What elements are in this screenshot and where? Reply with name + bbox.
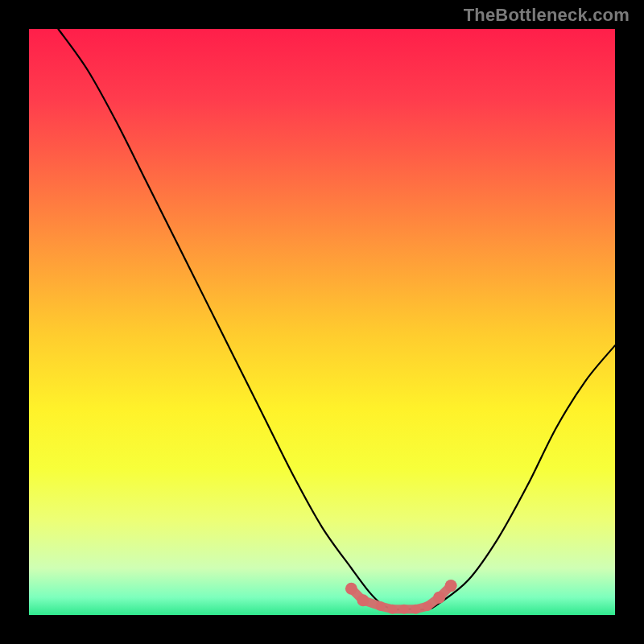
highlight-dot [411,605,420,614]
chart-frame: TheBottleneck.com [0,0,644,644]
highlight-dot [376,601,386,611]
highlight-dot [387,605,397,614]
highlight-dot [357,594,369,606]
bottleneck-curve [58,29,615,609]
curve-svg [29,29,615,615]
plot-area [29,29,615,615]
highlight-dot [423,601,432,611]
highlight-dot [433,592,445,604]
watermark-text: TheBottleneck.com [464,5,630,26]
highlight-dot [445,580,457,592]
highlight-dot [345,583,357,595]
highlight-dot [399,605,409,614]
highlight-markers [345,580,457,614]
